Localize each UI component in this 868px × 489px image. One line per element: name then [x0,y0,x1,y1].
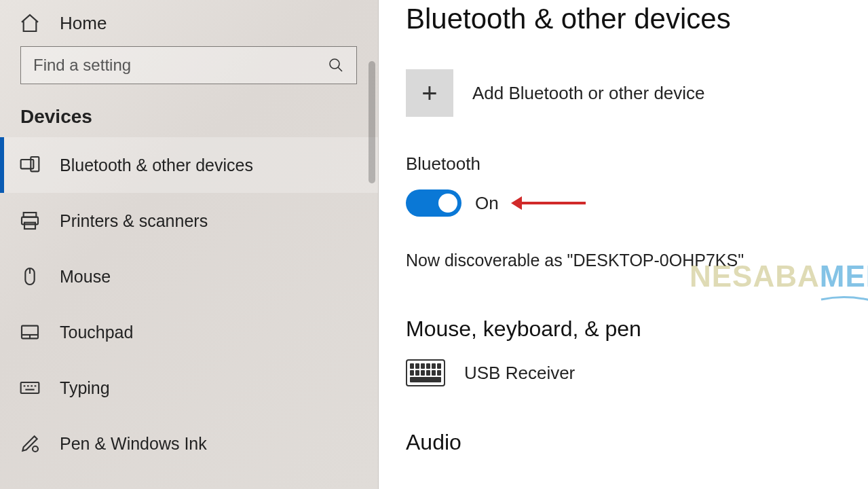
sidebar-home-label: Home [60,13,107,34]
bluetooth-toggle-state: On [475,193,499,214]
section-mouse-keyboard-pen: Mouse, keyboard, & pen [406,316,868,342]
search-box[interactable] [20,46,357,84]
sidebar-item-typing[interactable]: Typing [0,360,378,416]
settings-app: Home Devices Bluetooth & other devices P… [0,0,868,489]
watermark-underline-icon [820,293,868,300]
search-input[interactable] [33,56,328,75]
sidebar-item-mouse[interactable]: Mouse [0,249,378,304]
sidebar-item-pen[interactable]: Pen & Windows Ink [0,416,378,471]
svg-point-0 [330,59,339,69]
sidebar-item-bluetooth[interactable]: Bluetooth & other devices [0,137,378,193]
bluetooth-toggle[interactable] [406,189,461,217]
sidebar-item-label: Typing [60,378,110,398]
sidebar: Home Devices Bluetooth & other devices P… [0,0,379,489]
sidebar-section-title: Devices [0,84,378,137]
devices-icon [19,154,41,176]
svg-line-1 [338,67,342,71]
bluetooth-heading: Bluetooth [406,153,868,175]
sidebar-item-label: Printers & scanners [60,211,208,231]
discoverable-text: Now discoverable as "DESKTOP-0OHP7KS" [406,251,868,270]
section-audio: Audio [406,430,868,455]
annotation-arrow-icon [521,202,586,204]
pen-icon [19,433,41,454]
add-device-row[interactable]: + Add Bluetooth or other device [406,69,868,117]
device-label: USB Receiver [464,363,575,384]
sidebar-item-label: Mouse [60,267,111,287]
sidebar-home[interactable]: Home [0,0,378,46]
device-usb-receiver[interactable]: USB Receiver [406,359,868,386]
search-container [0,46,378,84]
mouse-icon [19,266,41,287]
svg-rect-2 [21,160,34,168]
sidebar-scrollbar[interactable] [367,0,377,489]
sidebar-item-label: Bluetooth & other devices [60,156,253,175]
svg-rect-12 [21,382,39,393]
main-pane: Bluetooth & other devices + Add Bluetoot… [379,0,868,489]
sidebar-item-label: Touchpad [60,323,133,342]
keyboard-device-icon [406,359,445,386]
bluetooth-toggle-row: On [406,189,868,217]
plus-icon[interactable]: + [406,69,453,117]
printer-icon [19,210,41,232]
sidebar-item-printers[interactable]: Printers & scanners [0,193,378,249]
svg-point-18 [33,446,38,452]
sidebar-item-label: Pen & Windows Ink [60,434,207,454]
svg-rect-6 [24,223,35,229]
home-icon [19,12,41,34]
sidebar-item-touchpad[interactable]: Touchpad [0,304,378,360]
touchpad-icon [19,321,41,343]
keyboard-icon [19,377,41,399]
page-title: Bluetooth & other devices [406,3,868,35]
search-icon [328,57,344,73]
add-device-label: Add Bluetooth or other device [472,83,705,104]
